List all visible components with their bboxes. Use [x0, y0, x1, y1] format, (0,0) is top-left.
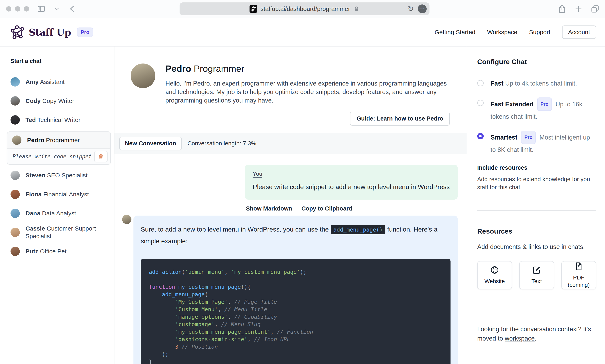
back-icon[interactable]	[68, 4, 77, 13]
conversation-length-label: Conversation length: 7.3%	[187, 140, 256, 147]
chat-mode-option-smartest[interactable]: Smartest Pro Most intelligent up to 8K c…	[477, 131, 596, 155]
avatar-amy	[11, 77, 20, 87]
account-button[interactable]: Account	[562, 26, 596, 39]
sidebar-item-fiona[interactable]: Fiona Financial Analyst	[11, 185, 114, 204]
profile-first-name: Pedro	[165, 64, 191, 74]
sidebar-item-dana[interactable]: Dana Data Analyst	[11, 204, 114, 223]
more-options-icon[interactable]: ···	[418, 4, 427, 13]
sidebar-heading: Start a chat	[11, 58, 114, 64]
user-message-author: You	[253, 171, 262, 177]
sidebar-item-steven[interactable]: Steven SEO Specialist	[11, 166, 114, 185]
sidebar-toggle-icon[interactable]	[37, 4, 46, 13]
chat-mode-option-fast-extended[interactable]: Fast Extended Pro Up to 16k tokens chat …	[477, 98, 596, 122]
avatar-cody	[11, 96, 20, 105]
pro-feature-badge: Pro	[537, 97, 552, 111]
pro-feature-badge: Pro	[521, 131, 536, 144]
sidebar-item-cassie[interactable]: Cassie Customer Support Specialist	[11, 223, 114, 242]
new-conversation-button[interactable]: New Conversation	[119, 137, 182, 150]
staff-name: Amy Assistant	[26, 78, 64, 86]
assistant-message-bubble: Sure, to add a new top level menu in Wor…	[133, 216, 458, 364]
context-footer: Looking for the conversation context? It…	[477, 325, 596, 343]
maximize-window-button[interactable]	[24, 6, 29, 12]
footer-text-after: .	[535, 335, 536, 342]
radio-unchecked-icon[interactable]	[477, 80, 484, 86]
profile-avatar	[131, 64, 155, 88]
address-bar[interactable]: staffup.ai/dashboard/programmer ↻ ···	[180, 2, 429, 15]
close-window-button[interactable]	[6, 6, 11, 12]
staff-name: Fiona Financial Analyst	[26, 191, 89, 198]
chat-mode-option-fast[interactable]: Fast Up to 4k tokens chat limit.	[477, 78, 596, 89]
pencil-square-icon	[532, 265, 541, 274]
assistant-text-before: Sure, to add a new top level menu in Wor…	[141, 226, 331, 233]
resource-card-text[interactable]: Text	[519, 261, 554, 289]
chevron-down-icon[interactable]	[53, 5, 60, 12]
avatar-dana	[11, 209, 20, 218]
share-icon[interactable]	[557, 4, 566, 13]
include-resources-description: Add resources to extend knowledge for yo…	[477, 175, 596, 191]
trash-icon	[98, 154, 104, 159]
conversation-preview-text: Please write code snippet...	[13, 154, 91, 159]
include-resources-heading: Include resources	[477, 164, 596, 171]
delete-conversation-button[interactable]	[94, 151, 108, 162]
profile-bio: Hello, I'm Pedro, an expert programmer w…	[165, 79, 450, 105]
staff-name: Putz Office Pet	[26, 247, 66, 255]
nav-item-workspace[interactable]: Workspace	[487, 29, 517, 36]
avatar-steven	[11, 171, 20, 180]
configure-panel: Configure Chat Fast Up to 4k tokens chat…	[467, 47, 605, 364]
inline-code-chip: add_menu_page()	[331, 225, 386, 234]
window-controls	[6, 6, 29, 12]
minimize-window-button[interactable]	[15, 6, 20, 12]
divider	[477, 306, 596, 306]
radio-unchecked-icon[interactable]	[477, 100, 484, 106]
copy-to-clipboard-button[interactable]: Copy to Clipboard	[301, 205, 352, 212]
guide-button[interactable]: Guide: Learn how to use Pedro	[350, 112, 450, 126]
resource-cards: WebsiteTextPDF (coming)	[477, 261, 596, 289]
chat-mode-label: Smartest Pro Most intelligent up to 8K c…	[490, 131, 596, 155]
avatar-putz	[11, 247, 20, 256]
avatar-cassie	[11, 228, 20, 237]
profile-role: Programmer	[194, 64, 244, 74]
globe-icon	[490, 265, 499, 274]
assistant-avatar	[122, 215, 131, 224]
staff-name: Dana Data Analyst	[26, 209, 76, 217]
staff-name: Steven SEO Specialist	[26, 171, 88, 179]
chat-area: You Please write code snippet to add a n…	[115, 154, 467, 364]
app-header: Staff Up Pro Getting StartedWorkspaceSup…	[0, 18, 605, 47]
sidebar-item-putz[interactable]: Putz Office Pet	[11, 242, 114, 261]
sidebar-item-cody[interactable]: Cody Copy Writer	[11, 91, 114, 110]
avatar-ted	[11, 115, 20, 125]
configure-chat-heading: Configure Chat	[477, 58, 596, 66]
avatar-fiona	[11, 190, 20, 199]
resource-card-pdf-coming-[interactable]: PDF (coming)	[561, 261, 596, 289]
sidebar-item-pedro-selected[interactable]: Pedro ProgrammerPlease write code snippe…	[7, 131, 111, 165]
sidebar-item-ted[interactable]: Ted Technical Writer	[11, 110, 114, 130]
brand[interactable]: Staff Up Pro	[11, 25, 93, 39]
radio-checked-icon[interactable]	[477, 133, 484, 139]
staff-sidebar: Start a chat Amy AssistantCody Copy Writ…	[0, 47, 115, 364]
pro-plan-badge: Pro	[77, 27, 93, 37]
sidebar-item-amy[interactable]: Amy Assistant	[11, 72, 114, 91]
resource-card-label: Text	[531, 278, 542, 285]
site-favicon	[249, 5, 257, 13]
new-tab-icon[interactable]	[574, 4, 583, 13]
avatar-pedro	[12, 135, 21, 145]
divider	[477, 210, 596, 211]
staff-profile: Pedro Programmer Hello, I'm Pedro, an ex…	[115, 47, 467, 126]
conversation-preview[interactable]: Please write code snippet...	[7, 148, 110, 164]
resources-heading: Resources	[477, 227, 596, 235]
chat-list: Amy AssistantCody Copy WriterTed Technic…	[11, 72, 114, 261]
assistant-message-text: Sure, to add a new top level menu in Wor…	[141, 224, 451, 247]
file-plus-icon	[574, 262, 583, 271]
nav-item-support[interactable]: Support	[529, 29, 550, 36]
nav-item-getting-started[interactable]: Getting Started	[435, 29, 475, 36]
chat-mode-description: Up to 4k tokens chat limit.	[505, 80, 577, 87]
workspace-link[interactable]: workspace	[505, 335, 535, 342]
reload-icon[interactable]: ↻	[408, 5, 414, 13]
resource-card-website[interactable]: Website	[477, 261, 512, 289]
show-markdown-button[interactable]: Show Markdown	[246, 205, 292, 212]
resources-description: Add documents & links to use in chats.	[477, 243, 596, 250]
code-block[interactable]: add_action('admin_menu', 'my_custom_menu…	[141, 259, 451, 364]
staff-name: Pedro Programmer	[27, 136, 80, 144]
tab-overview-icon[interactable]	[591, 4, 600, 13]
chat-mode-label: Fast Up to 4k tokens chat limit.	[490, 78, 577, 89]
